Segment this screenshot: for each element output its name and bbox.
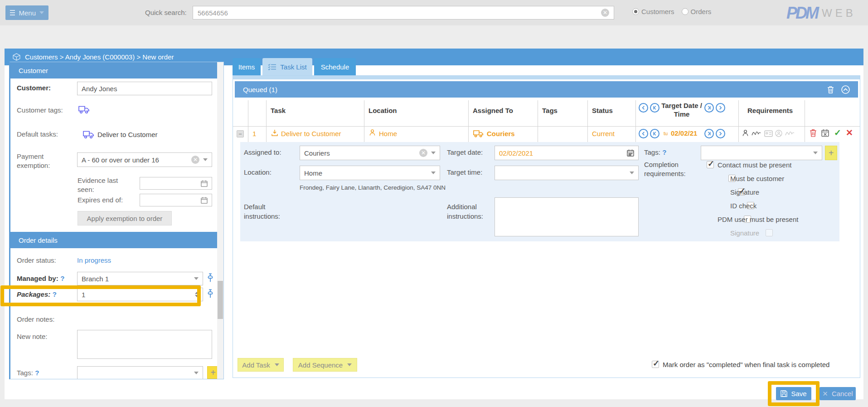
order-details-section-header: Order details <box>10 232 217 248</box>
collapse-row-button[interactable]: − <box>237 130 244 137</box>
expires-end-input[interactable] <box>140 194 212 206</box>
row-target-day: tu <box>664 131 668 136</box>
order-tags-label: Tags: ? <box>17 369 39 377</box>
checkbox-label: Must be customer <box>730 175 784 182</box>
delete-queue-icon[interactable] <box>827 86 834 93</box>
contact-required-icon <box>742 129 749 137</box>
packages-input[interactable]: 1 <box>77 288 203 301</box>
tab-task-list[interactable]: Task List <box>262 58 312 75</box>
location-select[interactable]: Home <box>300 166 440 180</box>
scope-customers-radio[interactable]: Customers <box>632 8 674 15</box>
detail-tags-label: Tags: ? <box>644 148 666 157</box>
truck-icon[interactable] <box>78 105 90 114</box>
checkbox-label: Signature <box>730 229 759 237</box>
default-task-value: Deliver to Customer <box>97 131 158 138</box>
tab-schedule[interactable]: Schedule <box>314 58 356 75</box>
tab-items[interactable]: Items <box>233 58 261 75</box>
order-tags-select[interactable] <box>77 366 203 379</box>
menu-button[interactable]: Menu <box>5 5 48 20</box>
row-task[interactable]: Deliver to Customer <box>281 130 341 137</box>
add-sequence-button[interactable]: Add Sequence <box>293 358 357 372</box>
add-detail-tag-button[interactable]: + <box>825 146 837 160</box>
scope-orders-radio[interactable]: Orders <box>682 8 712 15</box>
divider <box>364 100 364 142</box>
evidence-last-seen-input[interactable] <box>140 177 212 190</box>
row-date-next-all-icon[interactable] <box>716 129 725 138</box>
help-icon[interactable]: ? <box>53 290 57 298</box>
new-note-label: New note: <box>17 333 48 340</box>
clear-date-icon[interactable] <box>821 129 829 137</box>
truck-icon <box>83 130 95 139</box>
divider <box>635 100 636 142</box>
checkbox-contact-must-be-present[interactable] <box>707 161 714 168</box>
target-time-label: Target time: <box>447 168 482 176</box>
search-scope-group: Customers Orders <box>632 8 711 15</box>
row-assigned-to[interactable]: Couriers <box>487 130 515 137</box>
order-status-value[interactable]: In progress <box>77 256 111 264</box>
target-date-input[interactable]: 02/02/2021 <box>495 146 639 160</box>
cancel-x-icon: ✕ <box>822 390 828 398</box>
quick-search-input[interactable]: 56654656 ✕ <box>193 6 614 20</box>
col-location: Location <box>369 107 397 114</box>
calendar-icon[interactable] <box>627 149 634 157</box>
delete-task-icon[interactable] <box>810 129 817 137</box>
additional-instructions-textarea[interactable] <box>495 197 639 236</box>
target-next-icon[interactable] <box>704 103 714 113</box>
target-time-select[interactable] <box>495 166 639 180</box>
collapse-queue-icon[interactable] <box>841 85 850 94</box>
signature-required-icon <box>752 131 761 137</box>
menu-label: Menu <box>19 9 36 17</box>
quick-search-label: Quick search: <box>145 9 187 16</box>
managed-by-label: Managed by: ? <box>17 275 64 283</box>
row-date-next-icon[interactable] <box>704 129 714 138</box>
clear-assigned-icon[interactable]: ✕ <box>419 149 427 157</box>
target-next-all-icon[interactable] <box>716 103 725 113</box>
checkbox-pdm-signature <box>766 229 773 236</box>
target-prev-all-icon[interactable] <box>639 103 648 113</box>
col-task: Task <box>271 107 286 114</box>
add-task-button[interactable]: Add Task <box>238 358 284 372</box>
cancel-task-icon[interactable]: ✕ <box>846 127 853 138</box>
scrollbar-thumb[interactable] <box>218 281 223 319</box>
divider <box>233 126 860 127</box>
calendar-icon[interactable] <box>201 197 208 204</box>
customer-order-panel: Customer Customer: Andy Jones Customer t… <box>9 62 224 379</box>
hamburger-icon <box>10 10 15 15</box>
queued-header: Queued (1) <box>235 81 858 98</box>
help-icon[interactable]: ? <box>60 275 64 282</box>
left-panel-scrollbar[interactable] <box>217 62 223 379</box>
apply-exemption-button[interactable]: Apply exemption to order <box>78 211 172 226</box>
number-stepper-icon[interactable] <box>195 292 199 297</box>
mark-completed-checkbox[interactable] <box>652 361 659 368</box>
col-assigned-to: Assigned To <box>473 107 513 114</box>
radio-icon <box>682 8 689 15</box>
new-note-textarea[interactable] <box>77 330 212 359</box>
cancel-button[interactable]: ✕ Cancel <box>820 387 856 400</box>
calendar-icon[interactable] <box>201 180 208 187</box>
help-icon[interactable]: ? <box>35 369 39 377</box>
target-prev-icon[interactable] <box>650 103 659 113</box>
detail-tags-select[interactable] <box>701 146 822 160</box>
payment-exemption-select[interactable]: A - 60 or over or under 16 ✕ <box>77 152 212 167</box>
clear-search-icon[interactable]: ✕ <box>601 9 609 17</box>
clear-exemption-icon[interactable]: ✕ <box>191 156 199 164</box>
pin-icon[interactable] <box>207 273 213 283</box>
assigned-to-select[interactable]: Couriers ✕ <box>300 146 440 160</box>
divider <box>587 100 588 142</box>
customer-section-header: Customer <box>10 62 217 78</box>
default-instructions-label: Default instructions: <box>244 202 296 221</box>
row-date-prev-icon[interactable] <box>650 129 659 138</box>
save-button[interactable]: Save <box>776 387 811 400</box>
pin-icon[interactable] <box>207 289 213 299</box>
row-date-prev-all-icon[interactable] <box>639 129 648 138</box>
row-target-date[interactable]: 02/02/21 <box>671 129 697 137</box>
customer-input[interactable]: Andy Jones <box>77 82 212 95</box>
row-location[interactable]: Home <box>379 130 397 137</box>
checkbox-label: PDM user must be present <box>718 216 798 223</box>
help-icon[interactable]: ? <box>662 148 666 156</box>
managed-by-select[interactable]: Branch 1 <box>77 272 203 285</box>
col-requirements: Requirements <box>747 107 793 114</box>
confirm-task-icon[interactable]: ✓ <box>834 127 841 138</box>
person-icon <box>369 129 376 136</box>
mark-completed-label: Mark order as "completed" when final tas… <box>663 361 829 368</box>
